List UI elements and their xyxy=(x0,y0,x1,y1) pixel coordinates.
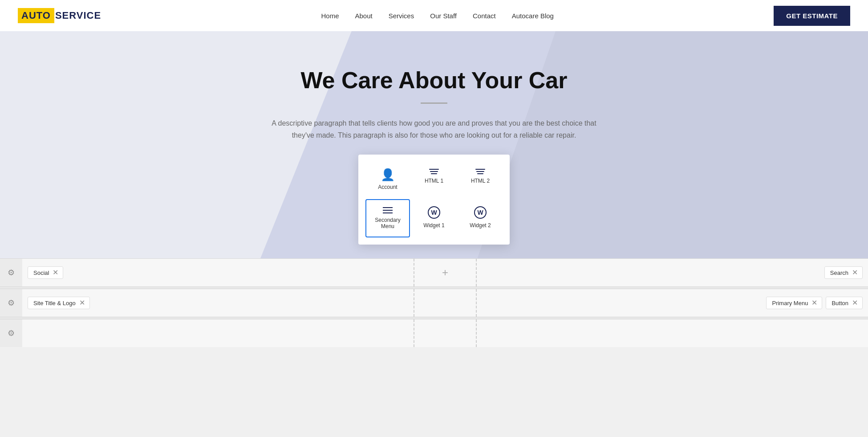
widget-account[interactable]: 👤 Account xyxy=(365,162,410,197)
row1-gear[interactable]: ⚙ xyxy=(0,268,22,278)
hero-divider xyxy=(421,102,447,104)
widget-widget2-label: Widget 2 xyxy=(470,222,491,229)
site-title-logo-label: Site Title & Logo xyxy=(33,300,76,306)
logo-service-text: SERVICE xyxy=(55,10,101,21)
widget-account-label: Account xyxy=(378,184,397,190)
social-tag-remove[interactable]: ✕ xyxy=(53,269,58,276)
social-tag: Social ✕ xyxy=(28,266,63,279)
nav-home[interactable]: Home xyxy=(321,12,339,20)
widget-chooser-wrapper: 👤 Account HTML 1 HTML 2 xyxy=(358,155,510,245)
widget-widget1-label: Widget 1 xyxy=(423,222,444,229)
search-tag: Search ✕ xyxy=(824,266,863,279)
button-tag-remove[interactable]: ✕ xyxy=(852,299,858,306)
primary-menu-tag: Primary Menu ✕ xyxy=(766,297,822,309)
row2-right: Primary Menu ✕ Button ✕ xyxy=(477,289,868,317)
widget-html2[interactable]: HTML 2 xyxy=(458,162,503,197)
hero-description: A descriptive paragraph that tells clien… xyxy=(260,117,608,141)
widget-widget2[interactable]: W Widget 2 xyxy=(458,199,503,237)
row2-left: Site Title & Logo ✕ xyxy=(22,289,414,317)
gear-icon-3: ⚙ xyxy=(8,328,15,338)
row2-center xyxy=(414,289,477,317)
gear-icon: ⚙ xyxy=(8,268,15,278)
editor-row-3: ⚙ xyxy=(0,319,868,347)
site-title-logo-tag: Site Title & Logo ✕ xyxy=(28,297,90,309)
row3-center xyxy=(414,319,477,347)
widget-widget1[interactable]: W Widget 1 xyxy=(412,199,456,237)
row1-add-button[interactable]: + xyxy=(442,267,448,278)
logo[interactable]: AUTO SERVICE xyxy=(18,8,101,23)
main-nav: Home About Services Our Staff Contact Au… xyxy=(101,12,774,20)
button-tag: Button ✕ xyxy=(826,297,863,309)
widget-html2-label: HTML 2 xyxy=(471,178,490,184)
widget2-icon: W xyxy=(474,206,487,219)
logo-auto-text: AUTO xyxy=(21,10,51,21)
row3-right xyxy=(477,319,868,347)
site-title-logo-remove[interactable]: ✕ xyxy=(79,299,85,306)
row1-right: Search ✕ xyxy=(477,259,868,286)
widget-chooser-popup: 👤 Account HTML 1 HTML 2 xyxy=(358,155,510,245)
primary-menu-remove[interactable]: ✕ xyxy=(811,299,817,306)
row2-gear[interactable]: ⚙ xyxy=(0,298,22,308)
nav-services[interactable]: Services xyxy=(389,12,414,20)
site-header: AUTO SERVICE Home About Services Our Sta… xyxy=(0,0,868,31)
hero-section: We Care About Your Car A descriptive par… xyxy=(0,31,868,258)
row1-left: Social ✕ xyxy=(22,259,414,286)
widget-secondary-menu[interactable]: Secondary Menu xyxy=(365,199,410,237)
editor-area: ⚙ Social ✕ + Search ✕ ⚙ Site Title & Log… xyxy=(0,258,868,347)
widget1-icon: W xyxy=(428,206,440,219)
nav-about[interactable]: About xyxy=(355,12,372,20)
row3-gear[interactable]: ⚙ xyxy=(0,328,22,338)
button-tag-label: Button xyxy=(831,300,848,306)
editor-row-1: ⚙ Social ✕ + Search ✕ xyxy=(0,258,868,287)
row3-left xyxy=(22,319,414,347)
gear-icon-2: ⚙ xyxy=(8,298,15,308)
widget-secondary-menu-label: Secondary Menu xyxy=(370,217,406,229)
social-tag-label: Social xyxy=(33,270,49,276)
html1-icon xyxy=(429,169,439,174)
editor-row-2: ⚙ Site Title & Logo ✕ Primary Menu ✕ But… xyxy=(0,289,868,317)
nav-autocare-blog[interactable]: Autocare Blog xyxy=(512,12,554,20)
hero-title: We Care About Your Car xyxy=(260,67,608,94)
widget-html1-label: HTML 1 xyxy=(425,178,443,184)
search-tag-label: Search xyxy=(830,270,848,276)
widget-html1[interactable]: HTML 1 xyxy=(412,162,456,197)
primary-menu-label: Primary Menu xyxy=(772,300,808,306)
hero-content: We Care About Your Car A descriptive par… xyxy=(260,67,608,141)
row1-center: + xyxy=(414,259,477,286)
secondary-menu-icon xyxy=(383,207,393,213)
search-tag-remove[interactable]: ✕ xyxy=(852,269,858,276)
nav-our-staff[interactable]: Our Staff xyxy=(430,12,457,20)
get-estimate-button[interactable]: GET ESTIMATE xyxy=(774,6,850,26)
html2-icon xyxy=(475,169,485,174)
nav-contact[interactable]: Contact xyxy=(473,12,496,20)
person-icon: 👤 xyxy=(381,169,395,180)
